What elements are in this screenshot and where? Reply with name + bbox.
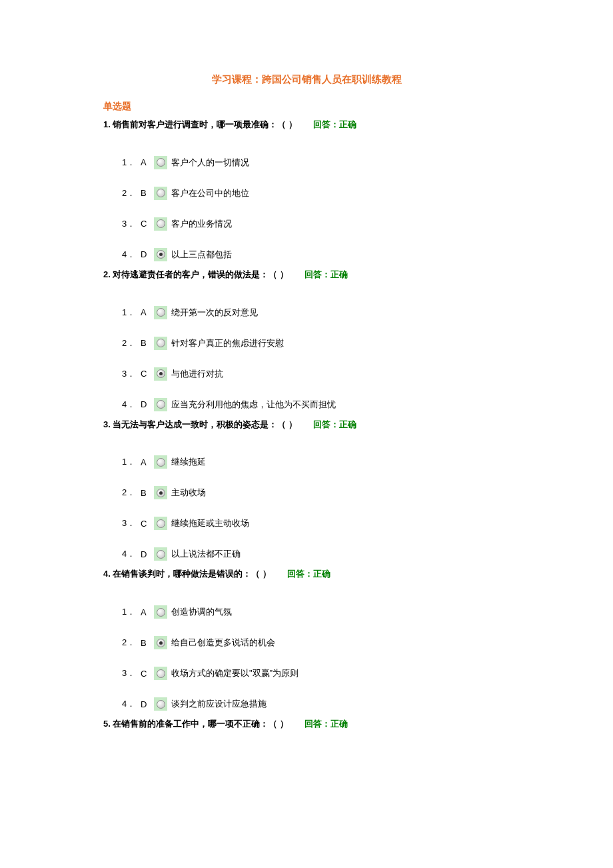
option-text: 给自己创造更多说话的机会 bbox=[171, 637, 510, 649]
option-row: 4．D以上三点都包括 bbox=[122, 248, 510, 261]
option-text: 针对客户真正的焦虑进行安慰 bbox=[171, 337, 510, 349]
option-letter: A bbox=[141, 607, 150, 617]
option-index: 4． bbox=[122, 249, 135, 261]
questions-container: 1. 销售前对客户进行调查时，哪一项最准确：（ ）回答：正确1．A客户个人的一切… bbox=[103, 118, 510, 731]
option-text: 应当充分利用他的焦虑，让他为不买而担忧 bbox=[171, 399, 510, 411]
option-row: 4．D谈判之前应设计应急措施 bbox=[122, 697, 510, 711]
option-row: 3．C客户的业务情况 bbox=[122, 217, 510, 231]
option-row: 3．C继续拖延或主动收场 bbox=[122, 517, 510, 530]
option-text: 客户在公司中的地位 bbox=[171, 187, 510, 199]
option-letter: B bbox=[141, 638, 150, 648]
section-header: 单选题 bbox=[103, 101, 510, 113]
question-line: 1. 销售前对客户进行调查时，哪一项最准确：（ ）回答：正确 bbox=[103, 118, 510, 132]
option-letter: D bbox=[141, 549, 150, 559]
option-index: 2． bbox=[122, 337, 135, 349]
radio-button[interactable] bbox=[157, 189, 165, 197]
option-index: 1． bbox=[122, 456, 135, 468]
question-block: 4. 在销售谈判时，哪种做法是错误的：（ ）回答：正确1．A创造协调的气氛2．B… bbox=[103, 567, 510, 711]
radio-wrap bbox=[154, 486, 167, 499]
question-number: 4. bbox=[103, 569, 113, 579]
question-number: 2. bbox=[103, 269, 113, 279]
radio-wrap bbox=[154, 667, 167, 680]
option-index: 3． bbox=[122, 517, 135, 529]
radio-button[interactable] bbox=[157, 608, 165, 617]
radio-button[interactable] bbox=[157, 339, 165, 347]
question-text: 对待逃避责任者的客户，错误的做法是：（ ） bbox=[113, 269, 289, 279]
answer-feedback: 回答：正确 bbox=[287, 569, 330, 579]
page-container: 学习课程：跨国公司销售人员在职训练教程 单选题 1. 销售前对客户进行调查时，哪… bbox=[0, 0, 613, 789]
option-row: 1．A绕开第一次的反对意见 bbox=[122, 306, 510, 319]
option-text: 主动收场 bbox=[171, 487, 510, 499]
option-index: 3． bbox=[122, 368, 135, 380]
radio-button[interactable] bbox=[157, 550, 165, 559]
option-text: 继续拖延或主动收场 bbox=[171, 517, 510, 529]
radio-button[interactable] bbox=[157, 158, 165, 167]
option-letter: C bbox=[141, 369, 150, 379]
option-letter: B bbox=[141, 338, 150, 348]
option-index: 3． bbox=[122, 218, 135, 230]
radio-wrap bbox=[154, 306, 167, 319]
options-list: 1．A创造协调的气氛2．B给自己创造更多说话的机会3．C收场方式的确定要以"双赢… bbox=[103, 605, 510, 711]
option-row: 2．B针对客户真正的焦虑进行安慰 bbox=[122, 337, 510, 350]
radio-button[interactable] bbox=[157, 700, 165, 709]
option-letter: C bbox=[141, 669, 150, 679]
option-text: 收场方式的确定要以"双赢"为原则 bbox=[171, 667, 510, 679]
question-number: 1. bbox=[103, 119, 113, 129]
option-text: 以上说法都不正确 bbox=[171, 548, 510, 560]
radio-wrap bbox=[154, 187, 167, 200]
option-index: 2． bbox=[122, 187, 135, 199]
question-block: 1. 销售前对客户进行调查时，哪一项最准确：（ ）回答：正确1．A客户个人的一切… bbox=[103, 118, 510, 261]
option-index: 1． bbox=[122, 157, 135, 169]
option-text: 以上三点都包括 bbox=[171, 249, 510, 261]
option-row: 2．B客户在公司中的地位 bbox=[122, 187, 510, 200]
question-text: 销售前对客户进行调查时，哪一项最准确：（ ） bbox=[113, 119, 297, 129]
question-text: 在销售谈判时，哪种做法是错误的：（ ） bbox=[113, 569, 271, 579]
question-block: 5. 在销售前的准备工作中，哪一项不正确：（ ）回答：正确 bbox=[103, 717, 510, 731]
option-row: 1．A客户个人的一切情况 bbox=[122, 156, 510, 169]
option-text: 继续拖延 bbox=[171, 456, 510, 468]
question-line: 3. 当无法与客户达成一致时，积极的姿态是：（ ）回答：正确 bbox=[103, 418, 510, 432]
option-letter: A bbox=[141, 457, 150, 467]
answer-feedback: 回答：正确 bbox=[313, 419, 356, 429]
option-letter: B bbox=[141, 488, 150, 498]
radio-button[interactable] bbox=[157, 250, 165, 259]
radio-wrap bbox=[154, 547, 167, 561]
question-block: 3. 当无法与客户达成一致时，积极的姿态是：（ ）回答：正确1．A继续拖延2．B… bbox=[103, 418, 510, 561]
question-line: 4. 在销售谈判时，哪种做法是错误的：（ ）回答：正确 bbox=[103, 567, 510, 581]
radio-button[interactable] bbox=[157, 219, 165, 228]
option-row: 1．A继续拖延 bbox=[122, 455, 510, 469]
radio-button[interactable] bbox=[157, 369, 165, 378]
radio-button[interactable] bbox=[157, 639, 165, 647]
option-letter: D bbox=[141, 399, 150, 409]
radio-wrap bbox=[154, 367, 167, 381]
radio-wrap bbox=[154, 517, 167, 530]
radio-wrap bbox=[154, 337, 167, 350]
radio-button[interactable] bbox=[157, 489, 165, 497]
radio-button[interactable] bbox=[157, 669, 165, 678]
radio-button[interactable] bbox=[157, 400, 165, 409]
options-list: 1．A绕开第一次的反对意见2．B针对客户真正的焦虑进行安慰3．C与他进行对抗4．… bbox=[103, 306, 510, 411]
option-text: 绕开第一次的反对意见 bbox=[171, 307, 510, 319]
radio-wrap bbox=[154, 605, 167, 619]
option-letter: C bbox=[141, 519, 150, 529]
option-text: 谈判之前应设计应急措施 bbox=[171, 698, 510, 710]
question-number: 5. bbox=[103, 719, 113, 729]
option-letter: C bbox=[141, 219, 150, 229]
option-index: 1． bbox=[122, 606, 135, 618]
radio-button[interactable] bbox=[157, 519, 165, 528]
question-text: 当无法与客户达成一致时，积极的姿态是：（ ） bbox=[113, 419, 297, 429]
option-letter: A bbox=[141, 157, 150, 167]
question-line: 5. 在销售前的准备工作中，哪一项不正确：（ ）回答：正确 bbox=[103, 717, 510, 731]
option-row: 2．B主动收场 bbox=[122, 486, 510, 499]
answer-feedback: 回答：正确 bbox=[313, 119, 356, 129]
radio-wrap bbox=[154, 697, 167, 711]
radio-button[interactable] bbox=[157, 458, 165, 467]
option-text: 客户个人的一切情况 bbox=[171, 157, 510, 169]
options-list: 1．A客户个人的一切情况2．B客户在公司中的地位3．C客户的业务情况4．D以上三… bbox=[103, 156, 510, 261]
option-letter: A bbox=[141, 307, 150, 317]
radio-wrap bbox=[154, 217, 167, 231]
option-letter: D bbox=[141, 249, 150, 259]
radio-button[interactable] bbox=[157, 308, 165, 317]
option-index: 4． bbox=[122, 698, 135, 710]
option-letter: B bbox=[141, 188, 150, 198]
